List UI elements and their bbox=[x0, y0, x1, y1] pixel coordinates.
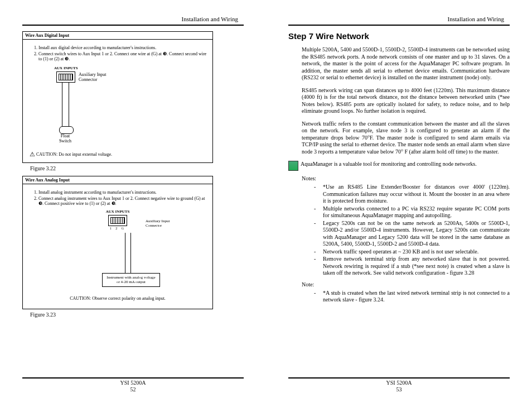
notes-list: -*Use an RS485 Line Extender/Booster for… bbox=[314, 184, 510, 277]
figure-3-22-title: Wire Aux Digital Input bbox=[23, 32, 212, 40]
float-switch-icon bbox=[59, 126, 74, 134]
notes-list-2: -*A stub is created when the last wired … bbox=[314, 290, 510, 304]
figure-3-22-caption: Figure 3.22 bbox=[30, 165, 244, 171]
step-7-heading: Step 7 Wire Network bbox=[288, 31, 510, 41]
figure-3-23-title: Wire Aux Analog Input bbox=[23, 176, 212, 184]
fig2-step-2: Connect analog instrument wires to Aux I… bbox=[38, 196, 207, 206]
note-item-5: -Remove network terminal strip from any … bbox=[314, 256, 510, 277]
footer-model-left: YSI 5200A bbox=[22, 380, 244, 386]
fig2-step-1: Install analog instrument according to m… bbox=[38, 190, 207, 195]
page-right: Installation and Wiring Step 7 Wire Netw… bbox=[266, 0, 532, 412]
header-left: Installation and Wiring bbox=[22, 16, 244, 26]
float-switch-label: Float Switch bbox=[49, 134, 82, 144]
aux-connector-label: Auxiliary Input Connector bbox=[79, 73, 107, 83]
aux-connector-icon-2 bbox=[108, 215, 127, 226]
fig1-diagram: AUX INPUTS Auxiliary Input Connector Flo… bbox=[28, 65, 207, 148]
fig1-caution: ⚠ CAUTION: Do not input external voltage… bbox=[28, 151, 207, 158]
note-label-2: Note: bbox=[302, 281, 510, 288]
figure-3-23-box: Wire Aux Analog Input Install analog ins… bbox=[22, 176, 213, 309]
paragraph-1: Multiple 5200A, 5400 and 5500D-1, 5500D-… bbox=[302, 46, 510, 82]
footer-left: YSI 5200A 52 bbox=[22, 377, 244, 401]
note-item-4: -Network traffic speed operates at ~ 230… bbox=[314, 248, 510, 256]
aquamanager-icon bbox=[288, 161, 298, 171]
fig2-caution-text: CAUTION: Observe correct polarity on ana… bbox=[34, 296, 201, 301]
aux-inputs-label-2: AUX INPUTS bbox=[28, 209, 207, 214]
figure-3-23-caption: Figure 3.23 bbox=[30, 312, 244, 318]
fig1-step-1: Install aux digital device according to … bbox=[38, 45, 207, 50]
note-item-stub: -*A stub is created when the last wired … bbox=[314, 290, 510, 304]
paragraph-2: RS485 network wiring can span distances … bbox=[302, 87, 510, 115]
fig1-step-2: Connect switch wires to Aux Input 1 or 2… bbox=[38, 51, 207, 61]
fig2-diagram: AUX INPUTS 1 2 G Auxiliary Input Connect… bbox=[28, 209, 207, 304]
footer-page-right: 53 bbox=[288, 386, 510, 393]
footer-right: YSI 5200A 53 bbox=[288, 377, 510, 401]
note-item-2: -Multiple networks connected to a PC via… bbox=[314, 205, 510, 219]
wire-1 bbox=[62, 82, 62, 126]
note-item-3: -Legacy 5200s can not be on the same net… bbox=[314, 220, 510, 248]
figure-3-22-body: Install aux digital device according to … bbox=[23, 40, 212, 162]
figure-3-22-box: Wire Aux Digital Input Install aux digit… bbox=[22, 31, 213, 163]
aquamanager-note: AquaManager is a valuable tool for monit… bbox=[288, 161, 510, 171]
aux-inputs-label: AUX INPUTS bbox=[54, 66, 78, 70]
footer-page-left: 52 bbox=[22, 386, 244, 393]
warning-triangle-icon: ⚠ bbox=[28, 151, 36, 158]
footer-model-right: YSI 5200A bbox=[288, 380, 510, 386]
paragraph-3: Network traffic refers to the constant c… bbox=[302, 121, 510, 156]
wire-2 bbox=[69, 82, 69, 126]
fig1-caution-text: CAUTION: Do not input external voltage. bbox=[36, 152, 112, 157]
figure-3-23-body: Install analog instrument according to m… bbox=[23, 184, 212, 309]
aquamanager-note-text: AquaManager is a valuable tool for monit… bbox=[301, 161, 477, 171]
instrument-box: Instrument with analog voltage or 4-20 m… bbox=[102, 273, 160, 287]
aux-connector-icon bbox=[56, 71, 75, 83]
aux-connector-label-2: Auxiliary Input Connector bbox=[146, 219, 170, 228]
note-item-1: -*Use an RS485 Line Extender/Booster for… bbox=[314, 184, 510, 205]
header-right: Installation and Wiring bbox=[288, 16, 510, 26]
pin-numbers-label: 1 2 G bbox=[28, 227, 207, 230]
wire-3 bbox=[125, 233, 125, 273]
notes-label: Notes: bbox=[302, 175, 510, 181]
wire-4 bbox=[130, 233, 131, 273]
page-left: Installation and Wiring Wire Aux Digital… bbox=[0, 0, 266, 412]
